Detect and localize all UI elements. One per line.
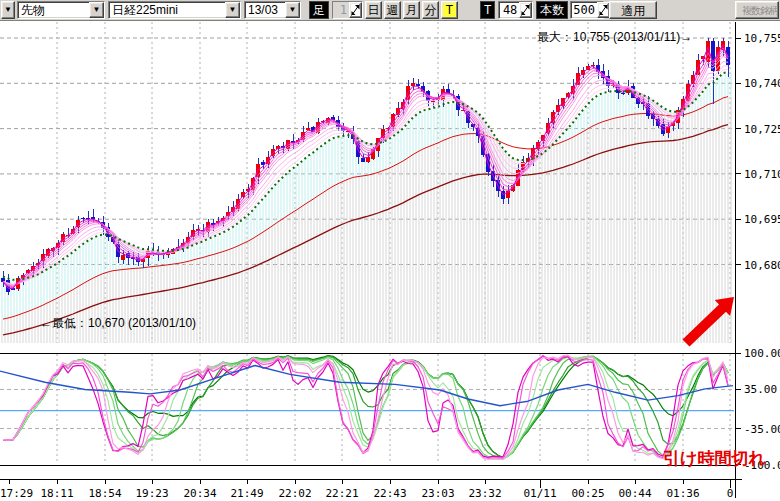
- category-select[interactable]: 先物 ▼: [17, 1, 105, 19]
- svg-text:10,740: 10,740: [744, 77, 780, 90]
- max-price-annotation: 最大：10,755 (2013/01/11)→: [537, 30, 692, 44]
- min-price-annotation: ←最低：10,670 (2013/01/10): [40, 316, 196, 330]
- tick-count-value: 48: [499, 2, 519, 18]
- svg-text:01/11: 01/11: [523, 487, 556, 500]
- chart-application-window: ▼ 先物 ▼ 日経225mini ▼ 13/03 ▼ 足 1: [0, 0, 780, 501]
- symbol-list-dropdown-button[interactable]: ▼: [1, 1, 15, 19]
- chevron-down-icon[interactable]: ▼: [225, 2, 240, 18]
- chart-canvas[interactable]: 10,75510,74010,72510,71010,69510,680100.…: [0, 21, 780, 501]
- spinner-button[interactable]: [519, 2, 532, 18]
- svg-text:22:02: 22:02: [278, 487, 311, 500]
- up-trend-arrow-icon: [683, 297, 735, 347]
- svg-text:10,710: 10,710: [744, 168, 780, 181]
- spinner-icon: [521, 4, 530, 16]
- ashi-label: 足: [309, 1, 329, 19]
- contract-month-value: 13/03: [245, 2, 285, 18]
- svg-text:10,695: 10,695: [744, 213, 780, 226]
- symbol-select[interactable]: 日経225mini ▼: [108, 1, 241, 19]
- svg-text:18:11: 18:11: [40, 487, 73, 500]
- svg-text:0: 0: [727, 487, 734, 500]
- period-minute-button[interactable]: 分: [422, 1, 439, 19]
- chevron-down-icon[interactable]: ▼: [285, 2, 300, 18]
- svg-text:35.00: 35.00: [744, 383, 777, 396]
- svg-text:10,725: 10,725: [744, 123, 780, 136]
- oscillator-panel: [0, 355, 734, 459]
- svg-text:19:23: 19:23: [135, 487, 168, 500]
- period-week-button[interactable]: 週: [384, 1, 401, 19]
- category-select-value: 先物: [18, 2, 89, 18]
- svg-text:21:49: 21:49: [230, 487, 263, 500]
- svg-text:20:34: 20:34: [183, 487, 216, 500]
- svg-text:00:25: 00:25: [571, 487, 604, 500]
- chevron-down-icon[interactable]: ▼: [89, 2, 104, 18]
- toolbar: ▼ 先物 ▼ 日経225mini ▼ 13/03 ▼ 足 1: [0, 0, 780, 21]
- svg-text:10,680: 10,680: [744, 259, 780, 272]
- apply-button[interactable]: 適用: [609, 1, 657, 19]
- svg-text:-35.00: -35.00: [744, 423, 780, 436]
- interval-value: 1: [333, 2, 349, 18]
- svg-text:01:36: 01:36: [666, 487, 699, 500]
- spinner-button[interactable]: [597, 2, 610, 18]
- svg-text:00:44: 00:44: [618, 487, 651, 500]
- spinner-button[interactable]: [349, 2, 362, 18]
- contract-month-select[interactable]: 13/03 ▼: [244, 1, 301, 19]
- tick-type-label: T: [480, 1, 495, 19]
- ma-fill-stripes: [2, 73, 731, 343]
- session-close-note: 引け時間切れ: [663, 449, 766, 468]
- chevron-down-icon: ▼: [4, 5, 12, 14]
- interval-input[interactable]: 1: [332, 1, 363, 19]
- svg-text:23:32: 23:32: [468, 487, 501, 500]
- svg-text:22:21: 22:21: [325, 487, 358, 500]
- period-month-button[interactable]: 月: [403, 1, 420, 19]
- tick-count-input[interactable]: 48: [498, 1, 533, 19]
- bar-count-input[interactable]: 500: [570, 1, 604, 19]
- period-tick-button[interactable]: T: [441, 1, 458, 19]
- bar-count-value: 500: [571, 2, 597, 18]
- period-day-button[interactable]: 日: [365, 1, 382, 19]
- symbol-select-value: 日経225mini: [109, 2, 225, 18]
- svg-text:17:29: 17:29: [0, 487, 33, 500]
- spinner-icon: [351, 4, 360, 16]
- svg-text:10,755: 10,755: [744, 32, 780, 45]
- svg-text:23:03: 23:03: [421, 487, 454, 500]
- svg-text:22:43: 22:43: [373, 487, 406, 500]
- multi-symbol-button[interactable]: 複数銘柄: [735, 1, 779, 19]
- svg-text:100.00: 100.00: [744, 347, 780, 360]
- spinner-icon: [599, 4, 608, 16]
- price-chart-svg: 10,75510,74010,72510,71010,69510,680100.…: [0, 21, 780, 501]
- svg-text:18:54: 18:54: [88, 487, 121, 500]
- bar-count-label: 本数: [536, 1, 568, 19]
